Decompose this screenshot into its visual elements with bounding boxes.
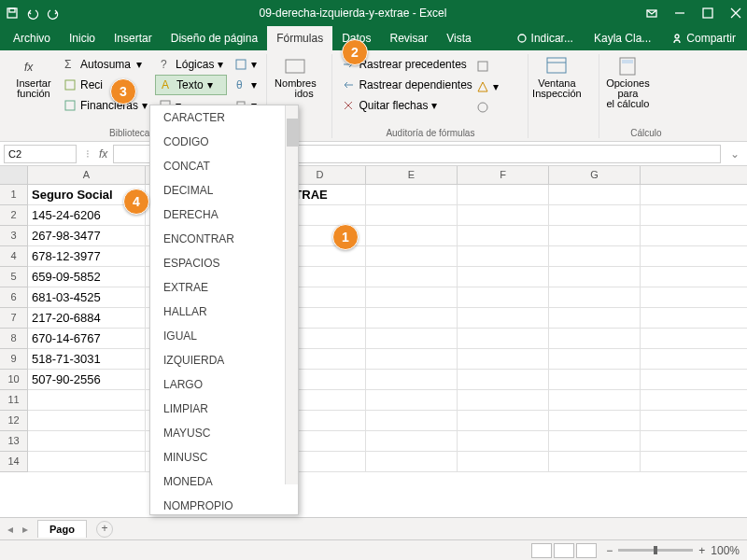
cell[interactable] bbox=[549, 185, 641, 204]
cell[interactable] bbox=[549, 390, 641, 410]
row-header[interactable]: 3 bbox=[0, 226, 27, 246]
dropdown-item[interactable]: NOMPROPIO bbox=[150, 494, 298, 515]
cell[interactable] bbox=[458, 390, 549, 410]
page-layout-icon[interactable] bbox=[554, 543, 574, 558]
watch-window-button[interactable]: Ventana Inspección bbox=[534, 54, 579, 101]
cell[interactable] bbox=[28, 390, 146, 410]
cell[interactable] bbox=[458, 411, 549, 430]
row-header[interactable]: 8 bbox=[0, 329, 27, 349]
cell[interactable] bbox=[549, 452, 641, 471]
names-button[interactable]: Nombres idos bbox=[273, 54, 317, 101]
cell[interactable]: 678-12-3977 bbox=[28, 246, 146, 266]
dropdown-item[interactable]: MINUSC bbox=[150, 445, 298, 469]
row-header[interactable]: 7 bbox=[0, 308, 27, 329]
cell[interactable] bbox=[366, 390, 458, 410]
close-icon[interactable] bbox=[730, 7, 741, 19]
show-formulas-button[interactable] bbox=[472, 56, 502, 77]
cell[interactable] bbox=[366, 246, 458, 266]
tab-vista[interactable]: Vista bbox=[437, 26, 480, 50]
cell[interactable]: 518-71-3031 bbox=[28, 349, 146, 369]
row-header[interactable]: 5 bbox=[0, 267, 27, 287]
cell[interactable] bbox=[549, 205, 641, 225]
cell[interactable] bbox=[366, 287, 458, 307]
cell[interactable] bbox=[458, 349, 549, 369]
cell[interactable]: 267-98-3477 bbox=[28, 226, 146, 245]
dropdown-item[interactable]: DERECHA bbox=[150, 203, 298, 227]
dropdown-item[interactable]: IGUAL bbox=[150, 324, 298, 348]
dropdown-item[interactable]: EXTRAE bbox=[150, 275, 298, 300]
cell[interactable]: 670-14-6767 bbox=[28, 329, 146, 348]
zoom-level[interactable]: 100% bbox=[711, 544, 740, 557]
minimize-icon[interactable] bbox=[674, 7, 685, 19]
cell[interactable] bbox=[549, 308, 641, 328]
cell[interactable] bbox=[458, 287, 549, 307]
cell[interactable] bbox=[366, 308, 458, 328]
maximize-icon[interactable] bbox=[702, 7, 713, 19]
dropdown-item[interactable]: DECIMAL bbox=[150, 178, 298, 203]
save-icon[interactable] bbox=[6, 7, 19, 20]
cell[interactable] bbox=[458, 370, 549, 389]
tab-inicio[interactable]: Inicio bbox=[60, 26, 105, 50]
dropdown-item[interactable]: ENCONTRAR bbox=[150, 227, 298, 251]
select-all-corner[interactable] bbox=[0, 166, 28, 184]
financial-button[interactable]: Financieras▾ bbox=[60, 95, 151, 116]
cell[interactable] bbox=[458, 185, 549, 204]
cell[interactable]: 217-20-6884 bbox=[28, 308, 146, 328]
cell[interactable] bbox=[549, 267, 641, 287]
tell-me[interactable]: Indicar... bbox=[509, 32, 581, 45]
zoom-slider[interactable] bbox=[618, 549, 693, 552]
dropdown-item[interactable]: HALLAR bbox=[150, 300, 298, 324]
cell[interactable] bbox=[458, 431, 549, 451]
dropdown-item[interactable]: CONCAT bbox=[150, 154, 298, 178]
calc-options-button[interactable]: Opciones para el cálculo bbox=[605, 54, 650, 111]
cell[interactable] bbox=[549, 431, 641, 451]
col-header-g[interactable]: G bbox=[549, 166, 641, 184]
undo-icon[interactable] bbox=[26, 7, 39, 20]
cell[interactable] bbox=[28, 452, 146, 471]
cell[interactable] bbox=[366, 411, 458, 430]
cell[interactable] bbox=[366, 267, 458, 287]
row-header[interactable]: 6 bbox=[0, 287, 27, 308]
cell[interactable]: 659-09-5852 bbox=[28, 267, 146, 287]
cell[interactable] bbox=[549, 349, 641, 369]
name-box[interactable] bbox=[4, 145, 77, 163]
row-header[interactable]: 9 bbox=[0, 349, 27, 370]
cell[interactable]: 681-03-4525 bbox=[28, 287, 146, 307]
dropdown-item[interactable]: ESPACIOS bbox=[150, 251, 298, 275]
zoom-in-icon[interactable]: + bbox=[698, 544, 705, 557]
cell[interactable] bbox=[366, 370, 458, 389]
cell[interactable] bbox=[366, 452, 458, 471]
cell[interactable] bbox=[549, 246, 641, 266]
cell[interactable] bbox=[458, 246, 549, 266]
row-header[interactable]: 13 bbox=[0, 431, 27, 452]
fx-icon[interactable]: fx bbox=[99, 147, 107, 161]
cell[interactable]: 507-90-2556 bbox=[28, 370, 146, 389]
cell[interactable] bbox=[549, 370, 641, 389]
dropdown-item[interactable]: CARACTER bbox=[150, 105, 298, 130]
tab-revisar[interactable]: Revisar bbox=[381, 26, 438, 50]
row-header[interactable]: 12 bbox=[0, 411, 27, 431]
page-break-icon[interactable] bbox=[576, 543, 597, 558]
dropdown-item[interactable]: IZQUIERDA bbox=[150, 348, 298, 372]
dropdown-item[interactable]: MONEDA bbox=[150, 469, 298, 494]
insert-function-button[interactable]: fx Insertar función bbox=[11, 54, 56, 116]
col-header-f[interactable]: F bbox=[458, 166, 549, 184]
math-button[interactable]: θ▾ bbox=[231, 75, 261, 95]
error-check-button[interactable]: ▾ bbox=[472, 77, 502, 97]
redo-icon[interactable] bbox=[47, 7, 60, 20]
row-header[interactable]: 4 bbox=[0, 246, 27, 267]
cell[interactable] bbox=[366, 431, 458, 451]
cancel-icon[interactable]: ⁝ bbox=[82, 147, 93, 161]
tab-nav-next-icon[interactable]: ▸ bbox=[22, 523, 28, 536]
cell[interactable] bbox=[458, 329, 549, 348]
tab-formulas[interactable]: Fórmulas bbox=[267, 26, 332, 50]
tab-insertar[interactable]: Insertar bbox=[105, 26, 162, 50]
dropdown-scrollbar[interactable] bbox=[285, 105, 298, 484]
sheet-tab[interactable]: Pago bbox=[37, 520, 87, 538]
recent-button[interactable]: Reci bbox=[60, 75, 151, 95]
cell[interactable] bbox=[366, 205, 458, 225]
expand-formula-icon[interactable]: ⌄ bbox=[726, 147, 743, 161]
row-header[interactable]: 10 bbox=[0, 370, 27, 390]
row-header[interactable]: 14 bbox=[0, 452, 27, 472]
cell[interactable] bbox=[458, 452, 549, 471]
